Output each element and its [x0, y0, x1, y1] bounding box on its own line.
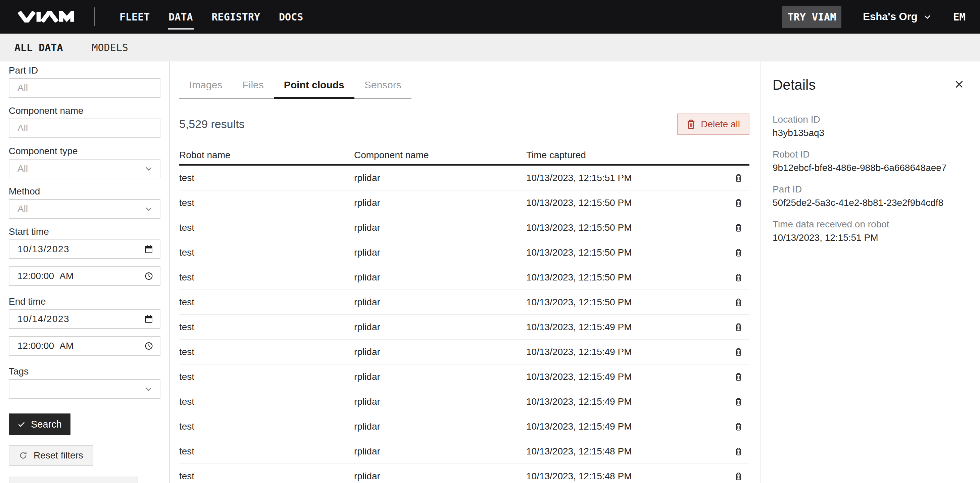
delete-row-button[interactable] [733, 421, 743, 432]
top-nav-items: FLEET DATA REGISTRY DOCS [119, 10, 304, 24]
viam-logo[interactable] [18, 11, 74, 22]
details-field-value: h3yb135aq3 [773, 127, 967, 139]
cell-time-captured: 10/13/2023, 12:15:50 PM [526, 297, 727, 308]
cell-time-captured: 10/13/2023, 12:15:49 PM [526, 322, 727, 333]
part-id-input[interactable]: All [9, 78, 161, 98]
table-row[interactable]: test rplidar 10/13/2023, 12:15:48 PM [179, 464, 749, 483]
nav-item-registry[interactable]: REGISTRY [211, 10, 261, 24]
table-row[interactable]: test rplidar 10/13/2023, 12:15:49 PM [179, 315, 749, 340]
method-select[interactable]: All [9, 199, 161, 218]
details-fields: Location ID h3yb135aq3 Robot ID 9b12ebcf… [773, 114, 967, 244]
delete-row-button[interactable] [733, 247, 743, 258]
calendar-icon[interactable] [145, 315, 153, 324]
delete-row-button[interactable] [733, 197, 743, 209]
cell-robot-name: test [179, 173, 354, 183]
check-icon [18, 420, 25, 428]
chevron-down-icon [144, 204, 153, 213]
method-value: All [18, 204, 28, 214]
chevron-down-icon [144, 164, 153, 173]
delete-row-button[interactable] [733, 322, 743, 333]
table-row[interactable]: test rplidar 10/13/2023, 12:15:49 PM [179, 389, 749, 414]
delete-row-button[interactable] [733, 446, 743, 457]
details-field-value: 9b12ebcf-bfe8-486e-988b-6a668648aee7 [773, 162, 967, 174]
cell-time-captured: 10/13/2023, 12:15:49 PM [526, 371, 727, 382]
tab-models[interactable]: MODELS [92, 41, 128, 53]
cell-time-captured: 10/13/2023, 12:15:49 PM [526, 421, 727, 432]
table-header: Robot name Component name Time captured [179, 135, 749, 166]
cell-robot-name: test [179, 198, 354, 208]
details-field: Location ID h3yb135aq3 [773, 114, 967, 139]
try-viam-button[interactable]: TRY VIAM [782, 6, 842, 28]
calendar-icon[interactable] [145, 245, 153, 253]
delete-row-button[interactable] [733, 172, 743, 184]
start-date-input[interactable]: 10/13/2023 [9, 239, 161, 259]
nav-item-data[interactable]: DATA [168, 10, 193, 24]
component-name-input[interactable]: All [9, 119, 161, 138]
clock-icon[interactable] [145, 342, 153, 350]
cell-component-name: rplidar [354, 198, 526, 208]
cell-robot-name: test [179, 322, 354, 333]
user-avatar[interactable]: EM [953, 11, 966, 23]
start-time-input[interactable]: 12:00:00 AM [9, 266, 161, 286]
table-row[interactable]: test rplidar 10/13/2023, 12:15:49 PM [179, 364, 749, 389]
delete-row-button[interactable] [733, 396, 743, 407]
tab-images[interactable]: Images [179, 79, 232, 99]
details-field: Time data received on robot 10/13/2023, … [773, 218, 967, 244]
cell-time-captured: 10/13/2023, 12:15:49 PM [526, 396, 727, 407]
tab-all-data[interactable]: ALL DATA [14, 41, 63, 53]
delete-row-button[interactable] [733, 371, 743, 383]
component-name-label: Component name [9, 105, 161, 116]
end-time-input[interactable]: 12:00:00 AM [9, 336, 161, 356]
org-switcher[interactable]: Esha's Org [863, 11, 931, 23]
tab-point-clouds[interactable]: Point clouds [274, 79, 355, 99]
details-panel: Details Location ID h3yb135aq3 Robot ID … [760, 61, 980, 483]
table-body: test rplidar 10/13/2023, 12:15:51 PM tes… [179, 166, 749, 483]
search-button[interactable]: Search [9, 413, 70, 435]
delete-row-button[interactable] [733, 296, 743, 308]
column-time-captured: Time captured [526, 150, 727, 161]
results-header: 5,529 results Delete all [179, 113, 749, 135]
table-row[interactable]: test rplidar 10/13/2023, 12:15:49 PM [179, 340, 749, 364]
cell-time-captured: 10/13/2023, 12:15:48 PM [526, 446, 727, 457]
table-row[interactable]: test rplidar 10/13/2023, 12:15:50 PM [179, 190, 749, 215]
end-date-input[interactable]: 10/14/2023 [9, 309, 161, 329]
delete-row-button[interactable] [733, 272, 743, 283]
results-count: 5,529 results [179, 118, 245, 131]
cell-robot-name: test [179, 222, 354, 233]
delete-all-button[interactable]: Delete all [677, 113, 749, 135]
tags-select[interactable] [9, 379, 161, 399]
table-row[interactable]: test rplidar 10/13/2023, 12:15:50 PM [179, 290, 749, 315]
copy-export-command-button[interactable]: Copy export command [9, 477, 138, 483]
nav-item-fleet[interactable]: FLEET [119, 10, 150, 24]
close-icon[interactable] [952, 77, 967, 92]
cell-time-captured: 10/13/2023, 12:15:50 PM [526, 198, 727, 208]
tab-sensors[interactable]: Sensors [355, 79, 412, 99]
table-row[interactable]: test rplidar 10/13/2023, 12:15:49 PM [179, 414, 749, 439]
content-area: Part ID All Component name All Component… [0, 61, 980, 483]
table-row[interactable]: test rplidar 10/13/2023, 12:15:50 PM [179, 240, 749, 265]
cell-component-name: rplidar [354, 272, 526, 283]
reset-filters-button[interactable]: Reset filters [9, 445, 93, 466]
filter-sidebar: Part ID All Component name All Component… [0, 61, 170, 483]
component-type-label: Component type [9, 145, 161, 157]
table-row[interactable]: test rplidar 10/13/2023, 12:15:51 PM [179, 166, 749, 190]
tab-files[interactable]: Files [232, 79, 274, 99]
component-type-select[interactable]: All [9, 159, 161, 179]
clock-icon[interactable] [145, 272, 153, 281]
cell-component-name: rplidar [354, 297, 526, 308]
trash-icon [687, 119, 695, 129]
table-row[interactable]: test rplidar 10/13/2023, 12:15:50 PM [179, 215, 749, 240]
delete-row-button[interactable] [733, 222, 743, 233]
delete-row-button[interactable] [733, 470, 743, 482]
nav-item-docs[interactable]: DOCS [278, 10, 304, 24]
table-row[interactable]: test rplidar 10/13/2023, 12:15:48 PM [179, 439, 749, 464]
sub-nav: ALL DATA MODELS [0, 33, 980, 61]
cell-component-name: rplidar [354, 347, 526, 357]
table-row[interactable]: test rplidar 10/13/2023, 12:15:50 PM [179, 265, 749, 290]
cell-component-name: rplidar [354, 222, 526, 233]
top-nav-right: TRY VIAM Esha's Org EM [782, 6, 966, 28]
cell-component-name: rplidar [354, 421, 526, 432]
delete-row-button[interactable] [733, 346, 743, 358]
start-date-value: 10/13/2023 [18, 244, 70, 255]
method-label: Method [9, 186, 161, 197]
